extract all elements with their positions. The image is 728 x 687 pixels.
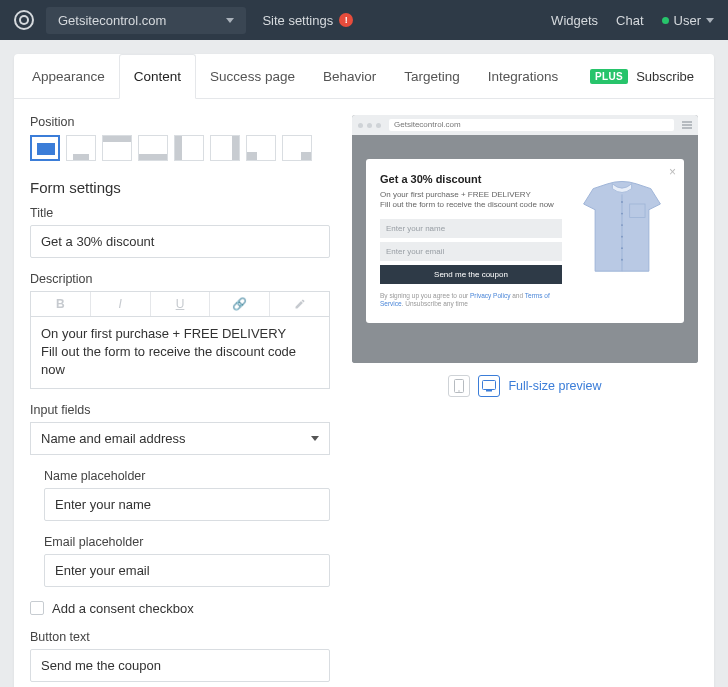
position-bottom[interactable]	[138, 135, 168, 161]
site-selector[interactable]: Getsitecontrol.com	[46, 7, 246, 34]
preview-button: Send me the coupon	[380, 265, 562, 284]
preview-widget: × Get a 30% discount On your first purch…	[366, 159, 684, 323]
full-size-preview-link[interactable]: Full-size preview	[508, 379, 601, 393]
site-name: Getsitecontrol.com	[58, 13, 166, 28]
browser-bar: Getsitecontrol.com	[352, 115, 698, 135]
input-fields-label: Input fields	[30, 403, 330, 417]
form-settings-heading: Form settings	[30, 179, 330, 196]
chevron-down-icon	[311, 436, 319, 441]
name-placeholder-input[interactable]	[44, 488, 330, 521]
preview-email-input: Enter your email	[380, 242, 562, 261]
online-dot-icon	[662, 17, 669, 24]
email-placeholder-label: Email placeholder	[44, 535, 330, 549]
window-dot-icon	[358, 123, 363, 128]
subscribe-link[interactable]: Subscribe	[636, 69, 694, 84]
top-right-nav: Widgets Chat User	[551, 13, 714, 28]
preview-frame: Getsitecontrol.com × Get a 30% discount …	[352, 115, 698, 363]
title-input[interactable]	[30, 225, 330, 258]
checkbox-icon	[30, 601, 44, 615]
preview-desc: On your first purchase + FREE DELIVERY F…	[380, 190, 562, 211]
position-picker	[30, 135, 330, 161]
svg-point-4	[621, 224, 623, 226]
position-center[interactable]	[30, 135, 60, 161]
editor-card: Appearance Content Success page Behavior…	[14, 54, 714, 687]
product-image	[574, 173, 670, 283]
preview-controls: Full-size preview	[352, 375, 698, 397]
desktop-preview-icon[interactable]	[478, 375, 500, 397]
settings-column: Position Form settings Title Description	[30, 115, 330, 687]
input-fields-value: Name and email address	[41, 431, 186, 446]
chevron-down-icon	[226, 18, 234, 23]
preview-title: Get a 30% discount	[380, 173, 562, 185]
nav-widgets[interactable]: Widgets	[551, 13, 598, 28]
nav-chat[interactable]: Chat	[616, 13, 643, 28]
svg-point-9	[459, 390, 461, 392]
input-fields-select[interactable]: Name and email address	[30, 422, 330, 455]
position-left[interactable]	[174, 135, 204, 161]
rich-toolbar: B I U 🔗	[30, 291, 330, 316]
plus-badge: PLUS	[590, 69, 628, 84]
svg-point-6	[621, 247, 623, 249]
button-text-input[interactable]	[30, 649, 330, 682]
preview-column: Getsitecontrol.com × Get a 30% discount …	[352, 115, 698, 687]
nav-user[interactable]: User	[662, 13, 714, 28]
email-placeholder-input[interactable]	[44, 554, 330, 587]
position-bottom-center[interactable]	[66, 135, 96, 161]
tab-targeting[interactable]: Targeting	[390, 55, 474, 98]
svg-point-2	[621, 201, 623, 203]
consent-checkbox-row[interactable]: Add a consent checkbox	[30, 601, 330, 616]
bold-icon[interactable]: B	[31, 292, 91, 316]
window-dot-icon	[376, 123, 381, 128]
tab-integrations[interactable]: Integrations	[474, 55, 573, 98]
italic-icon[interactable]: I	[91, 292, 151, 316]
window-dot-icon	[367, 123, 372, 128]
svg-rect-10	[483, 380, 496, 389]
name-placeholder-label: Name placeholder	[44, 469, 330, 483]
tab-bar: Appearance Content Success page Behavior…	[14, 54, 714, 99]
edit-icon[interactable]	[270, 292, 329, 316]
tab-success-page[interactable]: Success page	[196, 55, 309, 98]
description-label: Description	[30, 272, 330, 286]
tab-content[interactable]: Content	[119, 54, 196, 99]
position-bottom-left[interactable]	[246, 135, 276, 161]
tab-behavior[interactable]: Behavior	[309, 55, 390, 98]
tab-appearance[interactable]: Appearance	[18, 55, 119, 98]
underline-icon[interactable]: U	[151, 292, 211, 316]
hamburger-icon	[682, 121, 692, 129]
desc-line1: On your first purchase + FREE DELIVERY	[41, 325, 319, 343]
address-bar: Getsitecontrol.com	[389, 119, 674, 131]
site-settings-link[interactable]: Site settings !	[262, 13, 353, 28]
link-icon[interactable]: 🔗	[210, 292, 270, 316]
desc-line2: Fill out the form to receive the discoun…	[41, 343, 319, 379]
site-settings-label: Site settings	[262, 13, 333, 28]
position-bottom-right[interactable]	[282, 135, 312, 161]
svg-point-3	[621, 213, 623, 215]
top-bar: Getsitecontrol.com Site settings ! Widge…	[0, 0, 728, 40]
svg-point-5	[621, 236, 623, 238]
chevron-down-icon	[706, 18, 714, 23]
description-editor[interactable]: On your first purchase + FREE DELIVERY F…	[30, 316, 330, 389]
alert-badge-icon: !	[339, 13, 353, 27]
consent-label: Add a consent checkbox	[52, 601, 194, 616]
title-label: Title	[30, 206, 330, 220]
mobile-preview-icon[interactable]	[448, 375, 470, 397]
button-text-label: Button text	[30, 630, 330, 644]
position-label: Position	[30, 115, 330, 129]
preview-name-input: Enter your name	[380, 219, 562, 238]
position-top[interactable]	[102, 135, 132, 161]
position-right[interactable]	[210, 135, 240, 161]
preview-note: By signing up you agree to our Privacy P…	[380, 292, 562, 309]
logo-icon	[14, 10, 34, 30]
close-icon[interactable]: ×	[669, 165, 676, 179]
svg-point-7	[621, 259, 623, 261]
user-label: User	[674, 13, 701, 28]
svg-rect-11	[486, 390, 492, 392]
